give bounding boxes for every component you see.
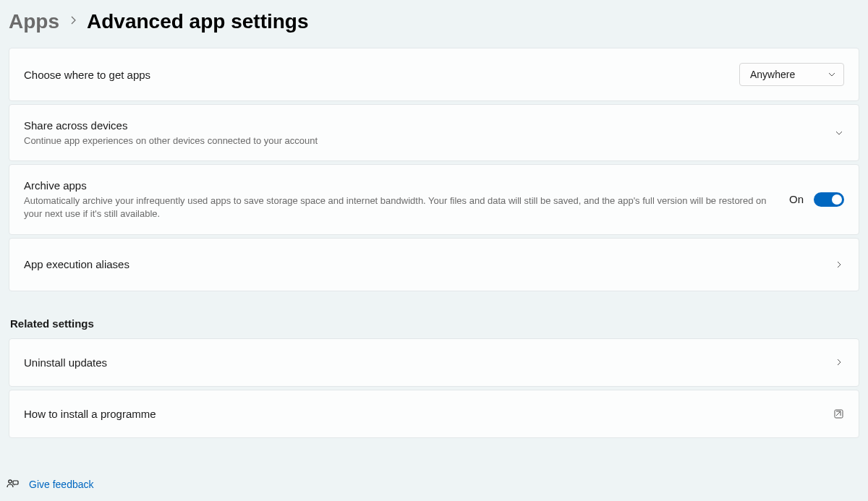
chevron-right-icon [834,260,844,270]
setting-title: Choose where to get apps [24,67,725,82]
feedback-row: Give feedback [6,478,94,491]
chevron-right-icon [69,15,77,28]
svg-rect-2 [13,481,18,484]
breadcrumb: Apps Advanced app settings [0,0,868,43]
breadcrumb-current: Advanced app settings [87,10,309,33]
toggle-knob [832,194,842,205]
setting-share-across-devices[interactable]: Share across devices Continue app experi… [9,104,859,161]
breadcrumb-parent-link[interactable]: Apps [9,10,59,33]
chevron-down-icon [827,70,836,79]
chevron-down-icon [834,128,844,138]
external-link-icon [833,408,844,419]
setting-title: Archive apps [24,178,775,193]
setting-subtitle: Continue app experiences on other device… [24,134,820,147]
setting-title: Share across devices [24,118,820,133]
related-how-to-install[interactable]: How to install a programme [9,390,859,438]
feedback-icon [6,478,19,491]
dropdown-selected: Anywhere [750,69,795,80]
setting-subtitle: Automatically archive your infrequently … [24,194,775,220]
archive-apps-toggle[interactable] [814,192,844,207]
choose-where-dropdown[interactable]: Anywhere [739,63,844,86]
setting-choose-where: Choose where to get apps Anywhere [9,48,859,101]
setting-title: How to install a programme [24,406,819,421]
setting-title: App execution aliases [24,257,820,272]
svg-point-1 [9,480,12,483]
setting-app-execution-aliases[interactable]: App execution aliases [9,238,859,291]
give-feedback-link[interactable]: Give feedback [29,479,94,490]
related-uninstall-updates[interactable]: Uninstall updates [9,338,859,387]
setting-title: Uninstall updates [24,355,820,370]
chevron-right-icon [834,357,844,367]
toggle-state-label: On [789,193,804,205]
related-settings-heading: Related settings [9,317,859,330]
setting-archive-apps: Archive apps Automatically archive your … [9,164,859,234]
